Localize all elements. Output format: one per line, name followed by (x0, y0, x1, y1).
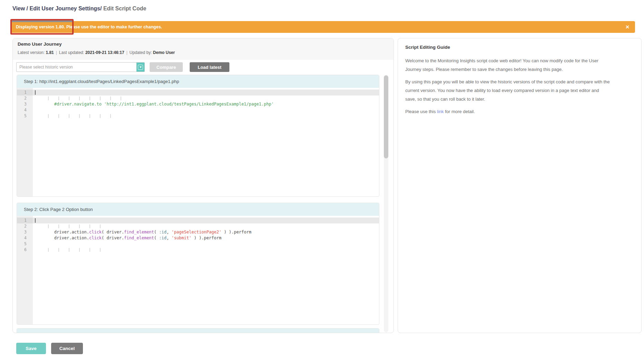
steps-scrollbar-thumb[interactable] (384, 75, 388, 158)
line-number: 2 (17, 223, 33, 229)
cancel-button[interactable]: Cancel (51, 343, 83, 354)
historic-version-select[interactable]: Please select historic version (16, 62, 145, 72)
guide-paragraph-3: Please use this link for more detail. (405, 107, 610, 116)
line-number: 3 (17, 229, 33, 235)
code-token: :id (159, 236, 167, 240)
code-line[interactable]: 2 (17, 95, 379, 101)
step-1-code-editor[interactable]: 123 #driver.navigate.to 'http://int1.egg… (17, 88, 379, 197)
last-updated-value: 2021-09-21 13:46:17 (85, 50, 124, 55)
text-cursor (35, 90, 36, 95)
line-number: 5 (17, 241, 33, 247)
code-line[interactable]: 5 (17, 241, 379, 247)
step-2-code-editor[interactable]: 123 driver.action.click( driver.find_ele… (17, 216, 379, 325)
step-3-header (17, 329, 379, 333)
code-token: ( driver. (102, 236, 124, 240)
chevron-down-icon (138, 65, 143, 70)
guide-paragraph-1: Welcome to the Monitoring Insights scrip… (405, 56, 610, 74)
line-number: 4 (17, 235, 33, 241)
page-title: View / Edit User Journey Settings/ Edit … (12, 6, 146, 12)
code-line[interactable]: 4 driver.action.click( driver.find_eleme… (17, 235, 379, 241)
code-token: ) ).perform (191, 236, 221, 240)
journey-meta: Latest version: 1.81|Last updated: 2021-… (18, 50, 175, 55)
last-updated-label: Last updated: (59, 50, 85, 55)
code-token: 'pageSelectionPage2' (171, 230, 221, 234)
guide-p3-after: for more detail. (444, 109, 475, 114)
line-content (33, 241, 379, 247)
breadcrumb-edit-script-code: Edit Script Code (102, 6, 146, 11)
code-token: #driver.navigate.to 'http://int1.eggplan… (34, 102, 274, 107)
close-icon[interactable]: ✕ (625, 21, 629, 33)
breadcrumb-settings: View / Edit User Journey Settings/ (12, 6, 102, 11)
code-token: driver.action. (34, 236, 89, 240)
latest-version-label: Latest version: (18, 50, 46, 55)
step-1-header: Step 1: http://int1.eggplant.cloud/testP… (17, 75, 379, 88)
code-line[interactable]: 1 (17, 90, 379, 95)
guide-title: Script Editing Guide (405, 45, 450, 50)
journey-header: Demo User Journey Latest version: 1.81|L… (13, 38, 394, 60)
line-number: 1 (17, 90, 33, 95)
journey-name: Demo User Journey (18, 42, 62, 47)
code-token: , (167, 236, 171, 240)
code-token: ( driver. (102, 230, 124, 234)
code-token: click (89, 230, 102, 234)
line-content (33, 223, 379, 229)
line-content: #driver.navigate.to 'http://int1.eggplan… (33, 101, 379, 107)
code-token: , (167, 230, 171, 234)
code-token: ( (154, 230, 159, 234)
indent-guides (38, 96, 121, 100)
code-token: find_element (124, 230, 154, 234)
banner-version-text: Displaying version 1.80. (16, 25, 65, 29)
indent-guides (38, 248, 101, 252)
code-line[interactable]: 4 (17, 107, 379, 113)
step-3-box-partial (17, 328, 379, 333)
save-button[interactable]: Save (16, 343, 46, 354)
code-token: click (89, 236, 102, 240)
banner-message: Please use the editor to make further ch… (65, 25, 162, 29)
code-line[interactable]: 3 #driver.navigate.to 'http://int1.eggpl… (17, 101, 379, 107)
line-content (33, 247, 379, 253)
latest-version-value: 1.81 (46, 50, 54, 55)
edit-script-code-page: View / Edit User Journey Settings/ Edit … (0, 0, 644, 359)
line-content (33, 218, 379, 223)
step-2-header: Step 2: Click Page 2 Option button (17, 203, 379, 216)
guide-paragraph-2: By using this page you will be able to v… (405, 77, 610, 103)
guide-p3-before: Please use this (405, 109, 437, 114)
line-number: 1 (17, 218, 33, 223)
code-line[interactable]: 2 (17, 223, 379, 229)
script-editing-guide-panel: Script Editing Guide Welcome to the Moni… (398, 38, 642, 333)
line-number: 6 (17, 247, 33, 253)
line-content: driver.action.click( driver.find_element… (33, 235, 379, 241)
more-detail-link[interactable]: link (437, 109, 444, 114)
code-token: 'submit' (171, 236, 191, 240)
code-line[interactable]: 6 (17, 247, 379, 253)
step-1-box: Step 1: http://int1.eggplant.cloud/testP… (17, 75, 379, 197)
annotation-shadow (12, 20, 72, 22)
code-line[interactable]: 5 (17, 113, 379, 119)
text-cursor (35, 218, 36, 223)
line-content (33, 95, 379, 101)
line-content (33, 113, 379, 119)
steps-scrollbar-track[interactable] (384, 75, 388, 332)
line-number: 2 (17, 95, 33, 101)
line-content (33, 107, 379, 113)
guide-body: Welcome to the Monitoring Insights scrip… (405, 56, 610, 120)
code-line[interactable]: 1 (17, 218, 379, 223)
code-token: ( (154, 236, 159, 240)
select-dropdown-addon[interactable] (136, 63, 144, 72)
code-token: find_element (124, 236, 154, 240)
indent-guides (38, 224, 101, 228)
code-token: driver.action. (34, 230, 89, 234)
indent-guides (38, 114, 111, 118)
version-notice-banner: Displaying version 1.80. Please use the … (10, 21, 635, 33)
load-latest-button[interactable]: Load latest (190, 62, 229, 72)
compare-button[interactable]: Compare (150, 62, 183, 72)
line-number: 4 (17, 107, 33, 113)
script-editor-panel: Demo User Journey Latest version: 1.81|L… (12, 38, 394, 333)
line-content: driver.action.click( driver.find_element… (33, 229, 379, 235)
line-number: 5 (17, 113, 33, 119)
updated-by-label: Updated by: (130, 50, 153, 55)
meta-separator: | (124, 50, 130, 55)
line-number: 3 (17, 101, 33, 107)
updated-by-value: Demo User (153, 50, 175, 55)
code-line[interactable]: 3 driver.action.click( driver.find_eleme… (17, 229, 379, 235)
